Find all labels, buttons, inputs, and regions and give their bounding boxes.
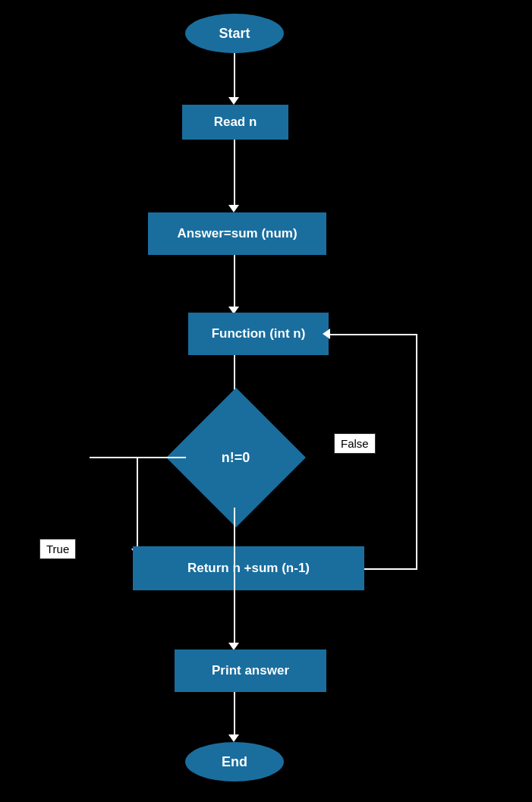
connector-loop-v <box>416 334 417 569</box>
true-label: True <box>39 539 76 559</box>
false-label: False <box>334 433 376 454</box>
arrow-2 <box>228 205 239 212</box>
connector-loop-h1 <box>364 568 417 570</box>
end-node: End <box>185 742 284 782</box>
arrow-1 <box>228 97 239 105</box>
connector-false-v <box>234 508 235 646</box>
read-n-node: Read n <box>182 105 288 140</box>
arrow-loop <box>323 329 330 339</box>
arrow-end <box>228 734 239 742</box>
decision-node: n!=0 <box>186 407 286 508</box>
answer-node: Answer=sum (num) <box>148 212 326 255</box>
connector-true-v <box>137 457 138 552</box>
connector-loop-h2 <box>328 334 417 335</box>
function-node: Function (int n) <box>188 313 329 355</box>
connector-2 <box>234 140 235 208</box>
connector-1 <box>234 53 235 100</box>
connector-3 <box>234 255 235 310</box>
return-node: Return n +sum (n-1) <box>133 546 364 590</box>
connector-end <box>234 692 235 738</box>
print-node: Print answer <box>175 649 326 692</box>
flowchart: Start Read n Answer=sum (num) Function (… <box>0 0 532 802</box>
start-node: Start <box>185 14 284 53</box>
